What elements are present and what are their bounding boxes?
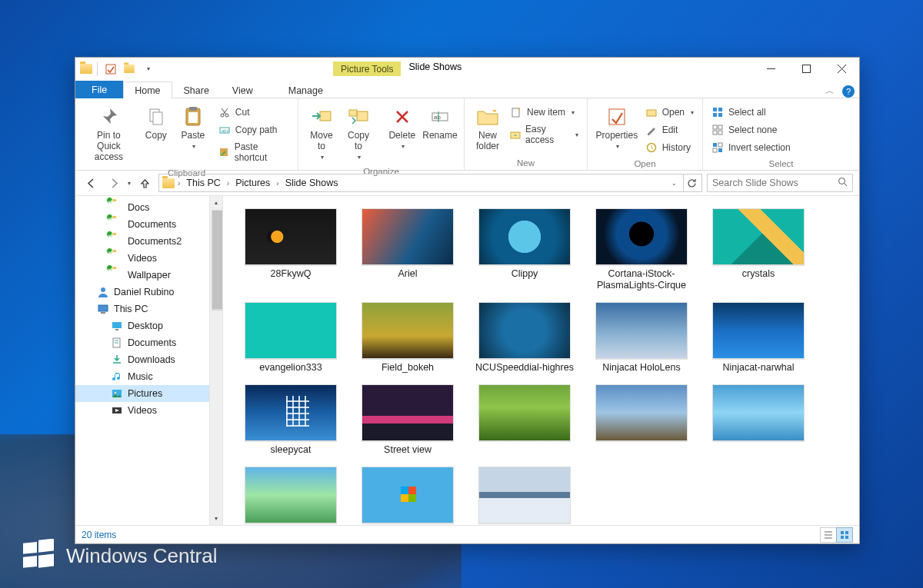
file-item[interactable]: NCUSpeeddial-highres <box>471 299 578 377</box>
delete-button[interactable]: Delete▾ <box>384 101 421 153</box>
tab-manage[interactable]: Manage <box>277 82 335 98</box>
edit-button[interactable]: Edit <box>641 121 698 138</box>
properties-button[interactable]: Properties▾ <box>592 101 641 153</box>
sidebar-item-user[interactable]: Daniel Rubino <box>75 284 222 301</box>
chevron-right-icon[interactable]: › <box>275 179 280 188</box>
sidebar-item-docs[interactable]: Docs <box>75 199 222 216</box>
svg-rect-62 <box>841 536 844 539</box>
close-button[interactable] <box>824 58 859 80</box>
qat-newfolder-icon[interactable] <box>121 61 138 78</box>
file-item[interactable] <box>705 381 812 459</box>
search-box[interactable] <box>707 174 853 192</box>
history-button[interactable]: History <box>641 139 698 156</box>
rename-button[interactable]: ab Rename <box>421 101 459 145</box>
paste-shortcut-button[interactable]: Paste shortcut <box>215 139 293 165</box>
crumb-this-pc[interactable]: This PC <box>183 176 223 190</box>
file-item[interactable]: Cortana-iStock-PlasmaLights-Cirque <box>588 205 695 294</box>
recent-locations-icon[interactable]: ▾ <box>128 180 131 187</box>
help-icon[interactable]: ? <box>842 85 855 98</box>
qat-properties-icon[interactable] <box>102 61 119 78</box>
file-item[interactable]: Clippy <box>471 205 578 294</box>
invert-selection-button[interactable]: Invert selection <box>708 139 795 156</box>
svg-rect-4 <box>106 65 115 74</box>
scroll-down-icon[interactable]: ▾ <box>210 512 222 525</box>
pin-to-quick-access-button[interactable]: Pin to Quick access <box>80 101 138 165</box>
paste-button[interactable]: Paste ▾ <box>175 101 212 153</box>
nav-up-button[interactable] <box>135 174 154 192</box>
crumb-slide-shows[interactable]: Slide Shows <box>282 176 342 190</box>
file-item[interactable] <box>588 381 695 459</box>
tab-file[interactable]: File <box>75 81 123 98</box>
search-icon[interactable] <box>838 177 848 189</box>
sidebar-item-this-pc[interactable]: This PC <box>75 301 222 317</box>
thumbnail-image <box>245 384 337 441</box>
titlebar[interactable]: ▾ Picture Tools Slide Shows <box>75 58 859 80</box>
tab-view[interactable]: View <box>221 81 265 98</box>
sidebar-item-music[interactable]: Music <box>75 368 222 385</box>
minimize-button[interactable] <box>753 58 788 80</box>
open-button[interactable]: Open▾ <box>641 104 698 121</box>
sidebar-item-desktop[interactable]: Desktop <box>75 317 222 334</box>
svg-rect-49 <box>112 322 122 328</box>
new-folder-button[interactable]: New folder <box>469 101 506 155</box>
file-item[interactable]: 28FkywQ <box>237 205 345 294</box>
crumb-pictures[interactable]: Pictures <box>232 176 273 190</box>
file-item[interactable] <box>354 463 462 525</box>
file-name-label: NCUSpeeddial-highres <box>475 362 574 374</box>
address-dropdown-icon[interactable]: ⌄ <box>667 180 681 187</box>
file-item[interactable]: Ninjacat HoloLens <box>588 299 695 377</box>
nav-forward-button[interactable] <box>105 174 123 192</box>
chevron-right-icon[interactable]: › <box>176 179 182 188</box>
easy-access-button[interactable]: Easy access▾ <box>506 121 582 148</box>
collapse-ribbon-icon[interactable]: ︿ <box>825 85 835 98</box>
file-name-label: crystals <box>742 268 775 280</box>
sidebar-item-wallpaper[interactable]: Wallpaper <box>75 267 222 284</box>
sidebar-item-documents2[interactable]: Documents2 <box>75 233 222 250</box>
breadcrumb-bar[interactable]: › This PC › Pictures › Slide Shows ⌄ <box>158 174 702 192</box>
sidebar-item-videos[interactable]: Videos <box>75 250 222 267</box>
select-all-button[interactable]: Select all <box>708 104 795 121</box>
search-input[interactable] <box>712 178 838 188</box>
select-none-button[interactable]: Select none <box>708 121 795 138</box>
file-item[interactable]: crystals <box>705 205 812 294</box>
sidebar-item-downloads[interactable]: Downloads <box>75 351 222 368</box>
navigation-pane[interactable]: Docs Documents Documents2 Videos Wallpap… <box>75 196 223 525</box>
new-item-button[interactable]: New item▾ <box>506 104 582 121</box>
watermark-text: Windows Central <box>66 544 218 568</box>
chevron-right-icon[interactable]: › <box>225 179 231 188</box>
qat-customize-caret-icon[interactable]: ▾ <box>139 61 156 78</box>
file-item[interactable]: Ninjacat-narwhal <box>705 299 812 377</box>
file-item[interactable] <box>237 463 345 525</box>
sidebar-item-documents-pc[interactable]: Documents <box>75 334 222 351</box>
tab-home[interactable]: Home <box>123 81 172 98</box>
view-details-button[interactable] <box>820 527 837 543</box>
view-large-icons-button[interactable] <box>836 527 853 543</box>
thumbnail-image <box>362 208 454 265</box>
select-all-icon <box>711 106 724 118</box>
file-item[interactable]: evangelion333 <box>237 299 345 377</box>
sidebar-scrollbar[interactable]: ▴ ▾ <box>209 196 222 525</box>
file-item[interactable] <box>471 463 578 525</box>
maximize-button[interactable] <box>788 58 824 80</box>
thumbnail-image <box>478 302 571 359</box>
scroll-thumb[interactable] <box>212 210 223 310</box>
file-item[interactable]: Street view <box>354 381 462 459</box>
tab-share[interactable]: Share <box>172 81 221 98</box>
file-item[interactable]: sleepycat <box>237 381 345 459</box>
move-to-button[interactable]: Move to▾ <box>303 101 340 164</box>
nav-back-button[interactable] <box>82 174 100 192</box>
cut-button[interactable]: Cut <box>215 104 293 121</box>
file-list-pane[interactable]: 28FkywQArielClippyCortana-iStock-PlasmaL… <box>223 196 859 525</box>
file-item[interactable] <box>471 381 578 459</box>
copy-to-button[interactable]: Copy to▾ <box>340 101 377 164</box>
chevron-down-icon: ▾ <box>192 143 195 150</box>
sidebar-item-videos-pc[interactable]: Videos <box>75 402 222 419</box>
sidebar-item-documents[interactable]: Documents <box>75 216 222 233</box>
copy-path-button[interactable]: abcCopy path <box>215 121 293 138</box>
file-item[interactable]: Field_bokeh <box>354 299 462 377</box>
file-item[interactable]: Ariel <box>354 205 462 294</box>
copy-button[interactable]: Copy <box>138 101 175 145</box>
refresh-button[interactable] <box>683 174 700 191</box>
scroll-up-icon[interactable]: ▴ <box>210 196 222 209</box>
sidebar-item-pictures[interactable]: Pictures <box>75 385 222 402</box>
